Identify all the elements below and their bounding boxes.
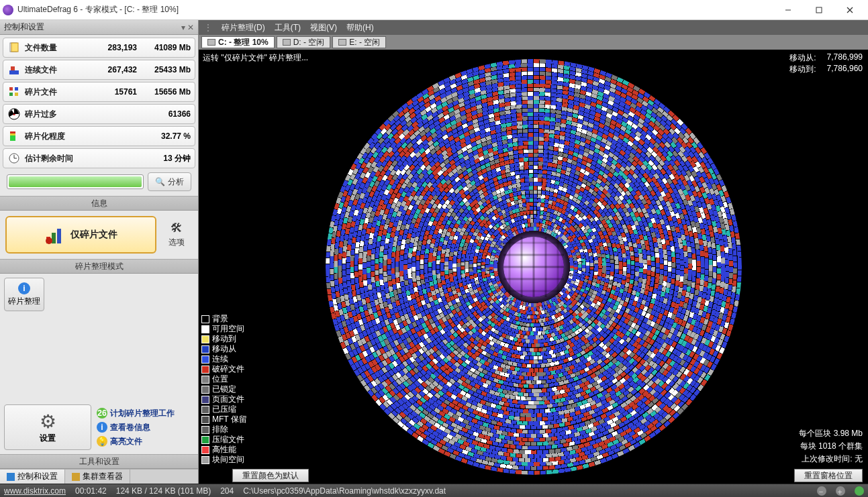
zoom-in-icon[interactable]: ＋ <box>836 486 845 496</box>
app-icon <box>3 5 13 15</box>
svg-rect-16 <box>10 133 15 135</box>
stat-excess-frag: 碎片过多 61366 <box>3 104 195 124</box>
svg-rect-7 <box>11 66 15 70</box>
legend-item[interactable]: 块间空间 <box>201 455 247 465</box>
legend-swatch <box>201 366 209 374</box>
content-area: ⋮ 碎片整理(D) 工具(T) 视图(V) 帮助(H) C: - 整理 10% … <box>199 20 868 484</box>
options-button[interactable]: 🛠 选项 <box>160 216 193 254</box>
drive-icon <box>338 39 346 46</box>
sidebar: 控制和设置 ▾ ✕ 文件数量 283,193 41089 Mb 连续文件 267… <box>0 20 199 484</box>
legend-item[interactable]: 已锁定 <box>201 384 247 394</box>
legend-item[interactable]: 移动到 <box>201 334 247 344</box>
legend-item[interactable]: 已压缩 <box>201 404 247 415</box>
bottom-tab-cluster[interactable]: 集群查看器 <box>65 470 130 484</box>
legend-item[interactable]: 排除 <box>201 425 247 435</box>
viz-move-stats: 移动从:7,786,999 移动到:7,786,960 <box>789 52 863 75</box>
bars-icon <box>45 225 65 245</box>
analyze-button[interactable]: 🔍 分析 <box>148 172 191 191</box>
settings-button[interactable]: ⚙ 设置 <box>4 404 91 450</box>
reset-colors-button[interactable]: 重置颜色为默认 <box>232 469 309 482</box>
legend-swatch <box>201 355 209 364</box>
zoom-out-icon[interactable]: － <box>817 486 826 496</box>
menu-tools[interactable]: 工具(T) <box>275 22 301 34</box>
legend-swatch <box>201 416 209 424</box>
svg-rect-5 <box>11 43 18 52</box>
stat-frag-level: 碎片化程度 32.77 % <box>3 126 195 146</box>
stat-contiguous: 连续文件 267,432 25433 Mb <box>3 60 195 80</box>
panel-icon <box>7 473 15 481</box>
menu-defrag[interactable]: 碎片整理(D) <box>222 22 265 34</box>
vendor-link[interactable]: www.disktrix.com <box>4 486 66 496</box>
close-button[interactable] <box>834 0 865 20</box>
window-titlebar: UltimateDefrag 6 - 专家模式 - [C: - 整理 10%] <box>0 0 868 20</box>
bulb-icon: 💡 <box>97 436 107 447</box>
link-schedule[interactable]: 26 计划碎片整理工作 <box>97 408 194 419</box>
legend-item[interactable]: 页面文件 <box>201 394 247 404</box>
legend-item[interactable]: 移动从 <box>201 344 247 354</box>
svg-rect-17 <box>10 131 15 133</box>
mode-section-label: 碎片整理模式 <box>0 259 198 274</box>
drive-tab-e[interactable]: E: - 空闲 <box>332 36 386 48</box>
defrag-tab-button[interactable]: i 碎片整理 <box>4 278 44 311</box>
disk-visualization[interactable]: 运转 "仅碎片文件" 碎片整理... 移动从:7,786,999 移动到:7,7… <box>199 50 868 484</box>
link-volume-info[interactable]: i 查看卷信息 <box>97 422 194 433</box>
window-title: UltimateDefrag 6 - 专家模式 - [C: - 整理 10%] <box>17 4 773 15</box>
legend-item[interactable]: 连续 <box>201 354 247 364</box>
status-icon[interactable] <box>855 486 864 496</box>
minimize-button[interactable] <box>773 0 804 20</box>
legend-swatch <box>201 325 209 333</box>
legend-item[interactable]: 破碎文件 <box>201 364 247 374</box>
menu-help[interactable]: 帮助(H) <box>346 22 374 34</box>
svg-rect-22 <box>52 233 56 243</box>
status-count: 204 <box>220 486 234 496</box>
legend-swatch <box>201 376 209 384</box>
contiguous-icon <box>7 63 21 76</box>
legend-swatch <box>201 315 209 323</box>
current-file-path: C:\Users\pc0359\AppData\Roaming\whstdk\x… <box>243 486 446 496</box>
legend-swatch <box>201 456 209 464</box>
legend-item[interactable]: MFT 保留 <box>201 415 247 425</box>
tools-section-label: 工具和设置 <box>0 454 198 469</box>
legend-swatch <box>201 446 209 454</box>
svg-rect-6 <box>9 70 19 74</box>
gear-icon: ⚙ <box>40 410 56 433</box>
reset-window-button[interactable]: 重置窗格位置 <box>794 469 863 482</box>
files-icon <box>7 41 21 54</box>
svg-rect-1 <box>816 7 822 13</box>
memory-usage: 124 KB / 124 KB (101 MB) <box>116 486 211 496</box>
legend-item[interactable]: 背景 <box>201 314 247 324</box>
drive-tab-d[interactable]: D: - 空闲 <box>277 36 331 48</box>
legend-swatch <box>201 426 209 434</box>
defrag-mode-button[interactable]: 仅碎片文件 <box>5 216 156 254</box>
info-icon: i <box>97 422 107 433</box>
fragmented-icon <box>7 85 21 99</box>
search-icon: 🔍 <box>155 177 165 186</box>
legend-item[interactable]: 高性能 <box>201 445 247 455</box>
viz-status: 运转 "仅碎片文件" 碎片整理... <box>203 52 308 64</box>
clock-icon <box>7 152 21 165</box>
svg-rect-8 <box>9 87 13 91</box>
legend-item[interactable]: 位置 <box>201 374 247 384</box>
viz-block-info: 每个區块 3.98 Mb 每块 1018 个群集 上次修改时间: 无 <box>799 427 863 465</box>
svg-rect-23 <box>57 229 61 243</box>
legend-item[interactable]: 可用空间 <box>201 324 247 334</box>
statusbar: www.disktrix.com 00:01:42 124 KB / 124 K… <box>0 484 868 497</box>
progress-bar <box>7 174 144 189</box>
maximize-button[interactable] <box>804 0 834 20</box>
info-icon: i <box>18 282 30 294</box>
calendar-icon: 26 <box>97 408 107 419</box>
drive-tab-c[interactable]: C: - 整理 10% <box>201 36 275 48</box>
tools-icon: 🛠 <box>171 221 183 235</box>
bottom-tab-control[interactable]: 控制和设置 <box>0 470 65 484</box>
legend-swatch <box>201 406 209 414</box>
legend-swatch <box>201 335 209 343</box>
svg-rect-11 <box>15 93 18 96</box>
svg-rect-10 <box>9 93 13 96</box>
menu-view[interactable]: 视图(V) <box>310 22 337 34</box>
link-highlight[interactable]: 💡 高亮文件 <box>97 436 194 447</box>
legend-item[interactable]: 压缩文件 <box>201 435 247 445</box>
drive-icon <box>207 39 215 46</box>
sidebar-header[interactable]: 控制和设置 ▾ ✕ <box>0 20 198 35</box>
stat-time-remaining: 估计剩余时间 13 分钟 <box>3 148 195 168</box>
stat-fragmented: 碎片文件 15761 15656 Mb <box>3 82 195 102</box>
